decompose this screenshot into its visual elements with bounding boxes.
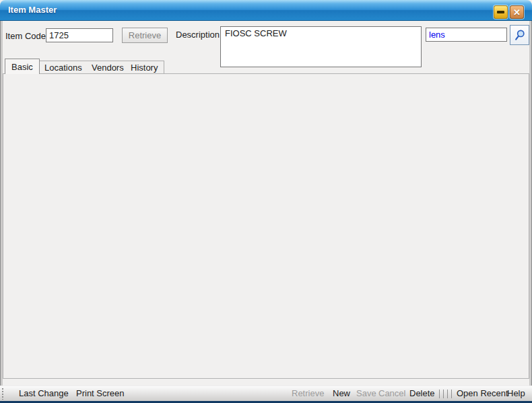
statusbar-grip [1,388,5,400]
item-master-window: Item Master ✕ Item Code Retrieve Descrip… [0,0,532,403]
statusbar-separator [439,390,452,398]
basic-tab-panel [3,73,529,379]
last-change-button[interactable]: Last Change [19,388,69,398]
item-code-input[interactable] [46,28,113,42]
tab-basic[interactable]: Basic [5,59,40,74]
minimize-icon [497,11,504,13]
print-screen-button[interactable]: Print Screen [76,388,125,398]
new-button[interactable]: New [333,388,350,398]
delete-button[interactable]: Delete [409,388,435,398]
description-label: Description [176,30,220,40]
item-code-label: Item Code [5,31,46,41]
help-button[interactable]: Help [507,388,525,398]
save-button: Save [356,388,376,398]
open-recent-button[interactable]: Open Recent [457,388,508,398]
tab-vendors[interactable]: Vendors [86,61,131,73]
status-bar: Last Change Print Screen Retrieve New Sa… [0,386,532,401]
close-button[interactable]: ✕ [510,5,524,19]
magnifier-icon [513,28,527,42]
cancel-button: Cancel [378,388,405,398]
retrieve-action-button: Retrieve [292,388,324,398]
window-border-right [529,21,532,400]
titlebar: Item Master ✕ [0,0,532,21]
search-button[interactable] [510,25,529,45]
tab-locations[interactable]: Locations [38,61,89,73]
description-box[interactable]: FIOSC SCREW [220,26,422,67]
search-input[interactable] [426,28,507,42]
retrieve-button[interactable]: Retrieve [122,28,168,43]
close-icon: ✕ [513,7,521,17]
window-title: Item Master [8,5,57,15]
tab-history[interactable]: History [125,61,164,73]
minimize-button[interactable] [494,5,508,19]
